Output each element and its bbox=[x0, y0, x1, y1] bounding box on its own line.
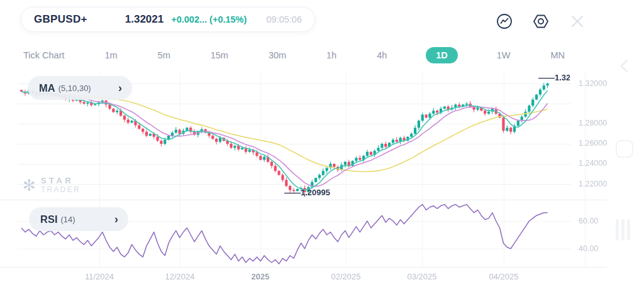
price-axis-label: 1.22000 bbox=[579, 180, 607, 188]
rsi-axis-label: 40.00 bbox=[579, 244, 598, 253]
ma-indicator-pill[interactable]: MA (5,10,30) › bbox=[28, 76, 132, 100]
ma-indicator-params: (5,10,30) bbox=[58, 84, 91, 93]
collapse-panel-chevron-icon[interactable] bbox=[616, 58, 633, 74]
price-axis-label: 1.26000 bbox=[579, 139, 607, 148]
chevron-right-icon[interactable]: › bbox=[114, 213, 118, 225]
price-chart-canvas[interactable] bbox=[0, 0, 644, 297]
chevron-right-icon[interactable]: › bbox=[118, 82, 122, 94]
time-axis-label: 02/2025 bbox=[331, 272, 361, 281]
current-price-marker: ——1.3202 bbox=[538, 73, 570, 82]
time-axis-label: 04/2025 bbox=[489, 272, 519, 281]
time-axis-label: 11/2024 bbox=[85, 272, 114, 281]
rsi-axis-label: 60.00 bbox=[579, 217, 598, 225]
rsi-indicator-params: (14) bbox=[61, 215, 75, 224]
time-axis-label: 2025 bbox=[252, 272, 270, 281]
low-price-marker: ——1.20995 bbox=[284, 188, 330, 197]
drag-handle-icon[interactable] bbox=[614, 218, 632, 242]
ma-indicator-name: MA bbox=[39, 82, 55, 94]
rsi-indicator-name: RSI bbox=[40, 213, 58, 225]
price-axis-label: 1.32000 bbox=[579, 79, 607, 88]
object-tool-icon[interactable] bbox=[616, 140, 633, 158]
price-axis-label: 1.28000 bbox=[579, 119, 607, 127]
time-axis-label: 03/2025 bbox=[408, 272, 437, 281]
price-axis-label: 1.24000 bbox=[579, 159, 607, 168]
trading-chart-app: GBPUSD+ 1.32021 +0.002... (+0.15%) 09:05… bbox=[0, 0, 644, 297]
rsi-indicator-pill[interactable]: RSI (14) › bbox=[29, 207, 128, 231]
time-axis-label: 12/2024 bbox=[165, 272, 195, 281]
